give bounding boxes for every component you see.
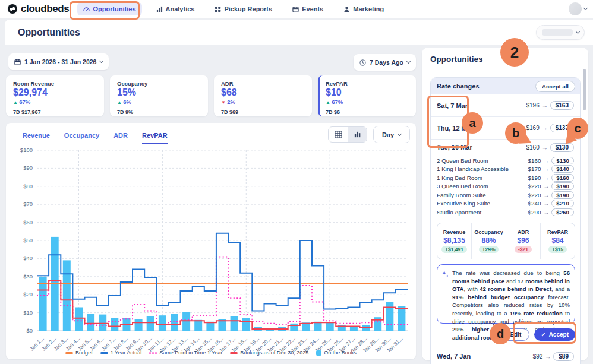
room-rate-row[interactable]: 2 Queen Bed Room$160→$130 [437, 156, 574, 165]
opportunities-icon [83, 6, 90, 12]
room-rate-row[interactable]: 1 King Handicap Accessible$170→$140 [437, 165, 574, 174]
kpi-value: $29,974 [13, 87, 97, 98]
chevron-down-icon [583, 6, 588, 10]
svg-text:$10: $10 [23, 309, 33, 316]
room-name: Studio Apartment [437, 209, 481, 216]
cloudbeds-logo[interactable]: cloudbeds [7, 3, 69, 15]
new-rate-pill[interactable]: $190 [551, 191, 574, 199]
legend-label: 1 Year Actual [111, 350, 142, 356]
kpi-baseline: 7D 9% [117, 109, 201, 115]
divider [221, 107, 305, 107]
old-rate: $92 [533, 353, 543, 360]
nav-item-label: Pickup Reports [224, 5, 272, 12]
tab-revpar[interactable]: RevPAR [142, 132, 168, 144]
legend-label: On the Books [324, 350, 357, 356]
arrow-right-icon: → [543, 175, 549, 181]
new-rate-pill[interactable]: $137 [550, 124, 574, 132]
metric-value: $96 [517, 236, 529, 245]
new-rate-pill[interactable]: $89 [553, 352, 574, 361]
rate-date-row[interactable]: Sat, 7 Mar$196→$163 [431, 94, 580, 117]
kpi-change-value: 6% [123, 99, 131, 105]
new-rate-pill[interactable]: $130 [550, 143, 574, 152]
property-name-redacted [542, 29, 573, 36]
kpi-value: $10 [326, 87, 409, 98]
rate-date-row[interactable]: Wed, 7 Jan $92 → $89 [431, 344, 580, 364]
kpi-baseline: 7D $69 [221, 109, 305, 115]
room-name: 1 King Handicap Accessible [437, 166, 509, 172]
accept-all-button[interactable]: Accept all [535, 81, 575, 92]
tab-occupancy[interactable]: Occupancy [64, 132, 99, 144]
nav-item-events[interactable]: Events [286, 2, 329, 15]
legend-marker-line [100, 352, 108, 354]
new-rate-pill[interactable]: $163 [550, 101, 574, 110]
new-rate-pill[interactable]: $130 [551, 157, 574, 164]
pickup-reports-icon [215, 6, 221, 12]
room-rate-row[interactable]: Family Room Suite$220→$190 [437, 191, 574, 200]
date-range-picker[interactable]: 1 Jan 2026 - 31 Jan 2026 [8, 53, 109, 70]
rate-changes-card: Rate changes Accept all Sat, 7 Mar$196→$… [430, 77, 581, 364]
rate-date-row-expanded[interactable]: Tue, 10 Mar $160 → $130 [431, 140, 580, 155]
compare-period-selector[interactable]: 7 Days Ago [354, 54, 416, 71]
tab-revenue[interactable]: Revenue [23, 132, 50, 144]
kpi-change: ▼ 2% [221, 99, 305, 105]
room-rate-row[interactable]: 3 Queen Bed Room$220→$190 [437, 182, 574, 191]
new-rate-pill[interactable]: $260 [551, 208, 574, 216]
divider [326, 107, 409, 107]
avatar[interactable] [569, 2, 582, 15]
room-rate-row[interactable]: Executive King Suite$240→$210 [437, 200, 574, 208]
old-rate: $290 [528, 209, 541, 216]
svg-text:$60: $60 [23, 219, 33, 226]
edit-button[interactable]: Edit [501, 328, 529, 341]
chart-view-button[interactable] [348, 127, 367, 142]
user-menu[interactable] [569, 2, 587, 15]
property-selector[interactable] [536, 25, 585, 40]
trend-up-icon: ▲ [326, 100, 332, 105]
tab-adr[interactable]: ADR [113, 132, 128, 144]
accept-button[interactable]: ✓Accept [534, 328, 575, 341]
room-rate-row[interactable]: 1 King Bed Room$190→$160 [437, 173, 574, 182]
nav-item-analytics[interactable]: Analytics [150, 2, 201, 15]
legend-label: Bookings as of Dec 30, 2025 [240, 350, 308, 356]
metric-label: Occupancy [474, 229, 503, 235]
bar-chart-icon [354, 131, 361, 138]
svg-text:$50: $50 [23, 237, 33, 243]
kpi-card-occupancy[interactable]: Occupancy15%▲ 6%7D 9% [110, 75, 208, 116]
rate-date: Tue, 10 Mar [437, 144, 472, 151]
nav-item-pickup-reports[interactable]: Pickup Reports [209, 2, 278, 15]
rate-date-row[interactable]: Thu, 12 Mar$169→$137 [431, 117, 580, 140]
rate-change: $220→$190 [528, 191, 574, 199]
kpi-card-room-revenue[interactable]: Room Revenue$29,974▲ 67%7D $17,967 [6, 75, 104, 116]
rate-change: $170→$140 [528, 165, 574, 173]
check-icon: ✓ [541, 331, 545, 338]
svg-text:$40: $40 [23, 255, 33, 261]
rate-date: Sat, 7 Mar [437, 102, 468, 109]
chevron-down-icon [576, 29, 580, 33]
revpar-chart[interactable]: $0$10$20$30$40$50$60$70$80$90$100Jan 1,.… [6, 147, 416, 352]
metric-delta-badge: +29% [479, 246, 499, 253]
old-rate: $169 [526, 125, 540, 131]
new-rate-pill[interactable]: $140 [551, 165, 574, 173]
kpi-label: Occupancy [117, 80, 201, 87]
new-rate-pill[interactable]: $160 [551, 174, 574, 182]
nav-item-opportunities[interactable]: Opportunities [77, 2, 141, 15]
nav-item-marketing[interactable]: Marketing [337, 2, 390, 15]
room-name: Executive King Suite [437, 200, 490, 207]
old-rate: $170 [528, 166, 541, 172]
panel-scrollbar-thumb[interactable] [583, 69, 586, 110]
kpi-baseline: 7D $17,967 [13, 109, 97, 115]
chart-metric-tabs: RevenueOccupancyADRRevPAR [23, 132, 168, 144]
kpi-card-revpar[interactable]: RevPAR$10▲ 67%7D $6 [318, 75, 416, 116]
rate-date: Thu, 12 Mar [437, 125, 473, 132]
new-rate-pill[interactable]: $210 [551, 200, 574, 207]
nav-item-label: Opportunities [93, 5, 135, 12]
table-view-button[interactable] [329, 127, 348, 142]
rate-change: $240→$210 [528, 200, 574, 207]
new-rate-pill[interactable]: $190 [551, 182, 574, 190]
rate-date: Wed, 7 Jan [437, 353, 471, 360]
metric-label: RevPAR [547, 229, 568, 235]
kpi-card-adr[interactable]: ADR$68▼ 2%7D $69 [214, 75, 312, 116]
room-rate-row[interactable]: Studio Apartment$290→$260 [437, 208, 574, 217]
metric-delta-badge: +$15 [548, 246, 567, 253]
granularity-dropdown[interactable]: Day [373, 126, 410, 143]
old-rate: $160 [528, 157, 541, 164]
